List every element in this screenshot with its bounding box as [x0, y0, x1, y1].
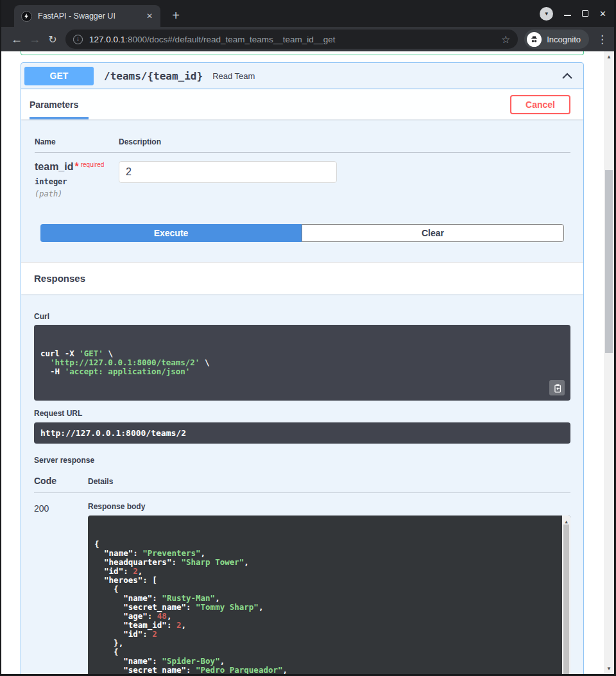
page-content: GET /teams/{team_id} Read Team Parameter… [1, 51, 614, 674]
curl-code-block[interactable]: curl -X 'GET' \ 'http://127.0.0.1:8000/t… [34, 325, 570, 401]
tab-strip: FastAPI - Swagger UI ✕ + ▼ ✕ [1, 0, 614, 27]
param-type: integer [35, 177, 119, 186]
required-asterisk: * [74, 161, 78, 172]
responses-title: Responses [34, 273, 85, 284]
curl-label: Curl [34, 312, 570, 321]
page-scrollbar-thumb[interactable] [605, 170, 613, 353]
details-column-header: Details [88, 476, 113, 486]
page-scroll-down-icon[interactable]: ▼ [604, 666, 614, 672]
bookmark-star-icon[interactable]: ☆ [501, 33, 510, 46]
browser-toolbar: ← → ↻ i 127.0.0.1:8000/docs#/default/rea… [1, 27, 614, 51]
endpoint-description: Read Team [212, 71, 255, 81]
response-row: 200 Response body { "name": "Preventers"… [34, 502, 570, 674]
status-code: 200 [34, 502, 88, 674]
param-name: team_id*required [35, 161, 119, 173]
clear-button[interactable]: Clear [302, 224, 564, 242]
site-info-icon[interactable]: i [73, 35, 83, 44]
maximize-button[interactable] [582, 10, 588, 17]
tab-title: FastAPI - Swagger UI [38, 12, 140, 21]
response-table-header: Code Details [34, 476, 570, 493]
endpoint-path: /teams/{team_id} [104, 70, 203, 82]
url-path: :8000/docs#/default/read_team_teams__tea… [125, 35, 335, 44]
incognito-badge: Incognito [524, 30, 589, 49]
get-endpoint-block: GET /teams/{team_id} Read Team Parameter… [21, 62, 584, 674]
minimize-button[interactable] [564, 15, 571, 16]
page-scrollbar[interactable]: ▲ ▼ [604, 51, 614, 674]
browser-window: FastAPI - Swagger UI ✕ + ▼ ✕ ← → ↻ i 127… [0, 0, 616, 676]
close-window-button[interactable]: ✕ [599, 9, 606, 19]
incognito-icon [527, 32, 542, 47]
parameters-header: Parameters Cancel [21, 89, 583, 119]
response-body-block[interactable]: { "name": "Preventers", "headquarters": … [88, 516, 570, 674]
table-divider [35, 152, 570, 153]
page-scroll-up-icon[interactable]: ▲ [604, 54, 614, 60]
response-body-label: Response body [88, 502, 570, 511]
cancel-button[interactable]: Cancel [510, 95, 570, 114]
tab-parameters[interactable]: Parameters [30, 100, 78, 110]
copy-to-clipboard-icon[interactable] [549, 380, 565, 395]
request-url-value: http://127.0.0.1:8000/teams/2 [34, 422, 570, 444]
active-tab-underline [30, 117, 89, 119]
window-controls: ▼ ✕ [540, 0, 606, 27]
collapse-chevron-icon[interactable] [561, 71, 573, 80]
close-tab-icon[interactable]: ✕ [144, 10, 155, 22]
browser-menu-icon[interactable]: ⋮ [597, 33, 608, 46]
request-url-label: Request URL [34, 409, 570, 418]
reload-icon[interactable]: ↻ [44, 33, 62, 46]
method-badge: GET [24, 67, 94, 85]
name-column-header: Name [35, 137, 119, 146]
execute-row: Execute Clear [40, 224, 564, 242]
responses-header: Responses [21, 262, 583, 294]
execute-button[interactable]: Execute [40, 224, 302, 242]
code-column-header: Code [34, 476, 88, 486]
browser-tab[interactable]: FastAPI - Swagger UI ✕ [14, 5, 160, 27]
fastapi-favicon-icon [21, 11, 32, 22]
previous-endpoint-remnant [21, 51, 584, 55]
address-bar[interactable]: i 127.0.0.1:8000/docs#/default/read_team… [65, 30, 518, 49]
browser-update-icon[interactable]: ▼ [540, 7, 553, 21]
required-label: required [81, 161, 105, 168]
endpoint-summary[interactable]: GET /teams/{team_id} Read Team [21, 63, 583, 89]
url-host: 127.0.0.1 [89, 35, 125, 44]
param-location: (path) [35, 189, 119, 198]
team-id-input[interactable] [119, 161, 337, 183]
incognito-label: Incognito [547, 35, 581, 44]
response-scrollbar[interactable]: ▲ ▼ [562, 516, 570, 674]
server-response-label: Server response [34, 456, 570, 465]
response-scrollbar-thumb[interactable] [563, 524, 569, 674]
back-icon[interactable]: ← [8, 33, 26, 46]
responses-body: Curl curl -X 'GET' \ 'http://127.0.0.1:8… [21, 294, 583, 674]
table-row: team_id*required integer (path) [35, 161, 570, 198]
parameters-table: Name Description team_id*required intege… [21, 119, 583, 198]
forward-icon[interactable]: → [26, 33, 44, 46]
url-text[interactable]: 127.0.0.1:8000/docs#/default/read_team_t… [89, 35, 496, 44]
new-tab-button[interactable]: + [167, 6, 185, 24]
description-column-header: Description [119, 137, 161, 146]
